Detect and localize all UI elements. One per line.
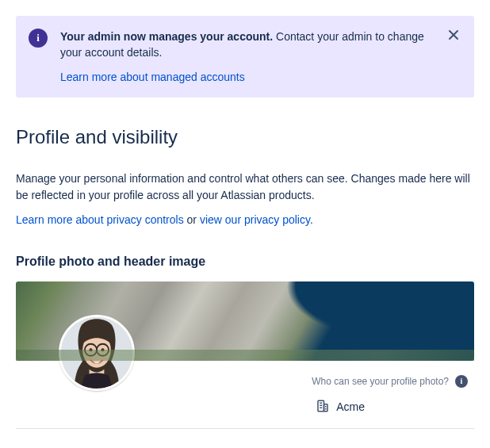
svg-point-7 bbox=[89, 348, 92, 351]
page-description: Manage your personal information and con… bbox=[16, 170, 474, 204]
organization-icon bbox=[316, 399, 330, 415]
who-can-see-row: Who can see your profile photo? i bbox=[312, 375, 468, 388]
info-icon[interactable]: i bbox=[455, 375, 468, 388]
or-text: or bbox=[184, 213, 200, 226]
svg-point-8 bbox=[101, 348, 104, 351]
page-title: Profile and visibility bbox=[16, 126, 474, 148]
period: . bbox=[310, 213, 313, 226]
banner-body: Your admin now manages your account. Con… bbox=[60, 29, 433, 85]
org-visibility-row: Acme bbox=[316, 399, 468, 415]
privacy-controls-link[interactable]: Learn more about privacy controls bbox=[16, 213, 184, 226]
avatar[interactable] bbox=[59, 315, 135, 391]
section-title: Profile photo and header image bbox=[16, 255, 474, 269]
close-icon[interactable] bbox=[446, 29, 461, 44]
privacy-links-line: Learn more about privacy controls or vie… bbox=[16, 213, 474, 226]
svg-rect-10 bbox=[324, 404, 328, 412]
privacy-policy-link[interactable]: view our privacy policy bbox=[200, 213, 310, 226]
info-icon: i bbox=[29, 29, 48, 48]
banner-learn-more-link[interactable]: Learn more about managed accounts bbox=[60, 69, 245, 85]
banner-bold-text: Your admin now manages your account. bbox=[60, 30, 273, 43]
who-can-see-text: Who can see your profile photo? bbox=[312, 376, 449, 387]
org-name: Acme bbox=[336, 400, 365, 413]
divider bbox=[16, 428, 474, 429]
header-image[interactable] bbox=[16, 281, 474, 361]
managed-account-banner: i Your admin now manages your account. C… bbox=[16, 16, 474, 98]
